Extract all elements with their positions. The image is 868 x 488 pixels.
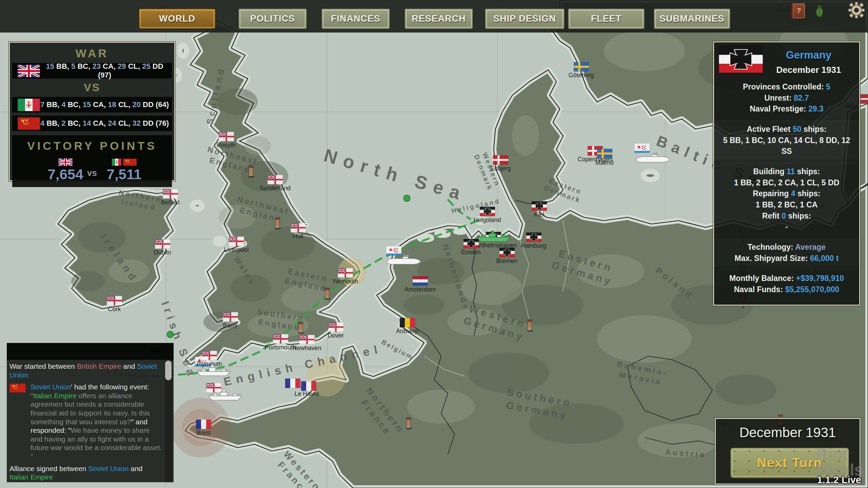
italian-flag <box>18 99 40 111</box>
ens-flag <box>202 351 217 362</box>
tab-label: WORLD <box>139 9 215 29</box>
port-label: Yarmouth <box>332 278 358 285</box>
tab-label: SUBMARINES <box>654 9 730 29</box>
ens-flag <box>299 335 315 346</box>
war-panel: WAR 15 BB, 5 BC, 23 CA, 29 CL, 25 DD (97… <box>9 42 175 181</box>
swe-flag <box>574 62 589 73</box>
industry-icon <box>247 164 255 179</box>
ens-flag <box>291 223 306 234</box>
ger-flag <box>480 207 495 218</box>
port-label: Dover <box>328 332 344 339</box>
victory-points-block: VICTORY POINTS 7,654 vs 7,511 <box>12 135 172 187</box>
industry-icon <box>405 416 413 431</box>
port-label: Dublin <box>154 249 171 256</box>
scrollbar-thumb[interactable] <box>165 361 172 380</box>
port-label: Malmö <box>595 159 614 166</box>
top-nav-bar: WORLDPOLITICSFINANCESRESEARCHSHIP DESIGN… <box>0 0 868 33</box>
war-vs-label: VS <box>10 81 174 94</box>
region-label: Austria <box>665 447 707 460</box>
help-book-icon[interactable]: ? <box>791 3 805 18</box>
den-flag <box>493 155 508 166</box>
fra-flag <box>285 379 300 389</box>
port-label: Antwerp <box>396 328 418 335</box>
bug-icon[interactable] <box>813 3 826 20</box>
port-label: Sunderland <box>259 185 291 192</box>
germany-flag <box>719 46 763 73</box>
ens-flag <box>155 239 170 250</box>
port-label: Belfast <box>161 199 179 206</box>
port-label: Barry <box>223 322 237 329</box>
ens-flag <box>273 334 288 345</box>
industry-icon <box>297 321 305 336</box>
victory-points-title: VICTORY POINTS <box>12 135 172 152</box>
event-log-panel: War started between British Empire and S… <box>7 343 174 482</box>
british-flag <box>18 65 40 77</box>
port-label: Kiel <box>534 211 544 218</box>
tab-label: SHIP DESIGN <box>485 9 564 29</box>
tab-submarines[interactable]: SUBMARINES <box>653 8 731 29</box>
fleet-position-dot <box>403 195 411 202</box>
country-core-stats: Provinces Controlled: 5 Unrest: 82.7 Nav… <box>714 79 859 117</box>
region-label: NorthwestEngland <box>234 194 291 226</box>
industry-icon <box>273 216 281 231</box>
tab-ship-design[interactable]: SHIP DESIGN <box>485 8 565 29</box>
tab-label: FINANCES <box>322 9 390 29</box>
tab-fleet[interactable]: FLEET <box>568 8 645 29</box>
event-log-header <box>7 343 174 360</box>
port-label: Cork <box>108 306 121 313</box>
port-label: Rosyth <box>217 142 236 149</box>
ens-flag <box>219 132 234 143</box>
ned-flag <box>413 276 428 287</box>
bel-flag <box>400 318 415 329</box>
port-label: Newhaven <box>292 345 321 352</box>
tab-finances[interactable]: FINANCES <box>321 8 390 29</box>
tab-research[interactable]: RESEARCH <box>404 8 473 29</box>
submarine-sprite[interactable] <box>385 255 422 267</box>
warship-sprite[interactable] <box>195 363 232 378</box>
next-turn-button[interactable]: Next Turn <box>730 447 849 479</box>
allied-flags <box>37 158 94 166</box>
region-label: WesternGermany <box>462 302 530 343</box>
ens-flag <box>338 268 353 279</box>
british-fleet-composition: 15 BB, 5 BC, 23 CA, 29 CL, 25 DD (97) <box>40 62 169 80</box>
tab-politics[interactable]: POLITICS <box>238 8 307 29</box>
war-fleet-row-british: 15 BB, 5 BC, 23 CA, 29 CL, 25 DD (97) <box>12 63 172 79</box>
country-date: December 1931 <box>763 65 854 75</box>
region-label: WesternFrance <box>272 449 323 488</box>
region-label: Poland <box>653 265 696 302</box>
industry-icon <box>526 319 534 333</box>
tab-world[interactable]: WORLD <box>138 8 216 29</box>
port-label: Portsmouth <box>265 344 296 351</box>
gear-icon[interactable] <box>848 2 865 20</box>
ens-flag <box>268 175 283 186</box>
warship-sprite[interactable] <box>475 229 512 244</box>
port-label: Emden <box>461 249 480 256</box>
ens-flag <box>223 312 238 323</box>
port-label: Hull <box>293 233 303 240</box>
active-fleet-section: Active Fleet 50 ships: 5 BB, 1 BC, 10 CA… <box>714 121 859 160</box>
soviet-fleet-composition: 4 BB, 2 BC, 14 CA, 24 CL, 32 DD (76) <box>40 119 169 128</box>
port-label: Liverpool <box>224 246 249 253</box>
region-label: NorthernFrance <box>355 385 407 443</box>
region-label: Scotland <box>204 66 227 126</box>
war-fleet-row-italian: 7 BB, 4 BC, 15 CA, 18 CL, 20 DD (64) <box>12 97 172 113</box>
swe-flag <box>597 149 612 160</box>
next-turn-label: Next Turn <box>731 448 849 478</box>
ens-flag <box>163 189 178 200</box>
tab-label: RESEARCH <box>405 9 473 29</box>
ger-flag <box>499 248 515 259</box>
country-header: Germany December 1931 <box>719 45 854 75</box>
building-section: Building 11 ships: 1 BB, 2 BC, 2 CA, 1 C… <box>714 163 859 235</box>
submarine-sprite[interactable] <box>634 152 671 165</box>
fleet-position-dot <box>167 331 174 338</box>
tech-section: Technology: Average Max. Shipyard Size: … <box>714 239 859 266</box>
region-label: SouthernGermany <box>504 386 573 422</box>
turn-date: December 1931 <box>716 425 860 440</box>
warship-sprite[interactable] <box>206 388 244 403</box>
victory-points-enemies: 7,511 <box>95 158 153 183</box>
region-label: Wales <box>232 255 257 287</box>
version-label: 1.1.2 Live <box>817 474 861 486</box>
minimize-icon[interactable] <box>150 350 161 352</box>
fra-flag <box>196 420 211 430</box>
ger-flag <box>532 201 547 212</box>
